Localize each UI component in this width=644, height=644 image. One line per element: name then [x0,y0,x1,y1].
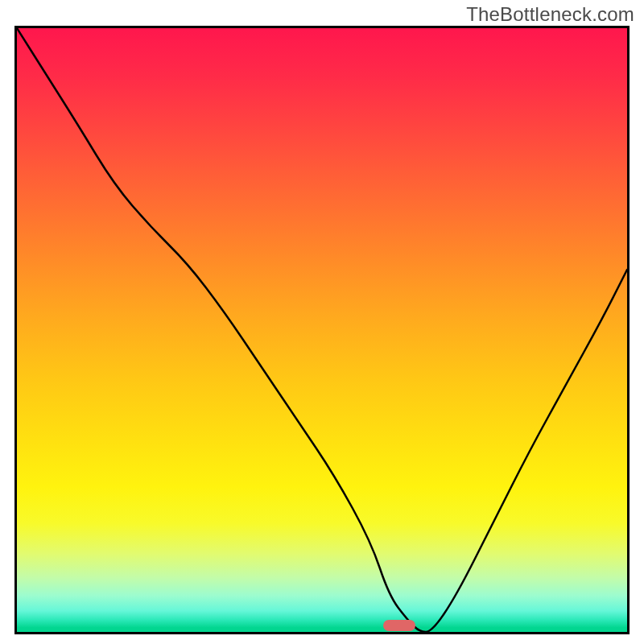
optimal-marker-pill [383,620,415,631]
watermark-text: TheBottleneck.com [466,3,634,26]
bottleneck-curve [17,28,627,632]
chart-plot-area [14,26,630,634]
